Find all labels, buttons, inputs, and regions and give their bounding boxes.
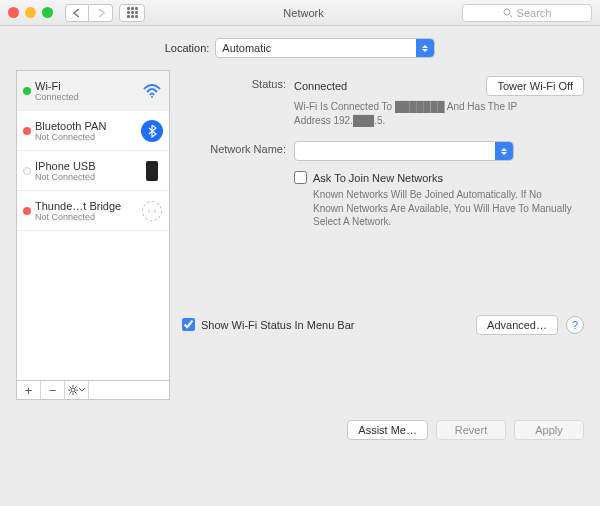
advanced-button[interactable]: Advanced…: [476, 315, 558, 335]
chevron-down-icon: [79, 388, 85, 392]
thunderbolt-bridge-icon: ‹·›: [141, 200, 163, 222]
close-icon[interactable]: [8, 7, 19, 18]
iphone-icon: [141, 160, 163, 182]
status-description: Wi-Fi Is Connected To ███████ And Has Th…: [294, 100, 554, 127]
interface-list: Wi-Fi Connected Bluetooth PAN Not Connec…: [16, 70, 170, 380]
footer-buttons: Assist Me… Revert Apply: [0, 410, 600, 440]
status-value: Connected: [294, 80, 347, 92]
help-button[interactable]: ?: [566, 316, 584, 334]
svg-line-11: [70, 392, 72, 394]
interface-sidebar: Wi-Fi Connected Bluetooth PAN Not Connec…: [16, 70, 170, 400]
ask-to-join-description: Known Networks Will Be Joined Automatica…: [313, 188, 573, 229]
sidebar-item-thunderbolt-bridge[interactable]: Thunde…t Bridge Not Connected ‹·›: [17, 191, 169, 231]
network-name-label: Network Name:: [182, 141, 294, 155]
window-title: Network: [145, 7, 462, 19]
titlebar: Network Search: [0, 0, 600, 26]
status-dot-icon: [23, 127, 31, 135]
add-interface-button[interactable]: +: [17, 381, 41, 399]
back-button[interactable]: [65, 4, 89, 22]
status-dot-icon: [23, 87, 31, 95]
svg-line-8: [70, 387, 72, 389]
sidebar-item-bluetooth[interactable]: Bluetooth PAN Not Connected: [17, 111, 169, 151]
chevron-updown-icon: [416, 39, 434, 57]
zoom-icon[interactable]: [42, 7, 53, 18]
svg-point-0: [504, 9, 510, 15]
remove-interface-button[interactable]: −: [41, 381, 65, 399]
forward-button[interactable]: [89, 4, 113, 22]
sidebar-item-iphone-usb[interactable]: IPhone USB Not Connected: [17, 151, 169, 191]
sidebar-footer: + −: [16, 380, 170, 400]
search-icon: [503, 8, 513, 18]
assist-me-button[interactable]: Assist Me…: [347, 420, 428, 440]
apply-button[interactable]: Apply: [514, 420, 584, 440]
action-menu-button[interactable]: [65, 381, 89, 399]
location-select[interactable]: Automatic: [215, 38, 435, 58]
wifi-icon: [141, 80, 163, 102]
svg-point-2: [151, 96, 153, 98]
svg-point-3: [71, 388, 75, 392]
svg-line-1: [509, 14, 512, 17]
location-label: Location:: [165, 42, 210, 54]
show-wifi-status-checkbox[interactable]: Show Wi-Fi Status In Menu Bar: [182, 318, 354, 331]
apps-grid-button[interactable]: [119, 4, 145, 22]
nav-buttons: [65, 4, 113, 22]
status-dot-icon: [23, 207, 31, 215]
location-row: Location: Automatic: [16, 38, 584, 58]
svg-line-9: [75, 392, 77, 394]
status-dot-icon: [23, 167, 31, 175]
bluetooth-icon: [141, 120, 163, 142]
status-label: Status:: [182, 76, 294, 90]
window-controls: [8, 7, 53, 18]
gear-icon: [68, 385, 78, 395]
revert-button[interactable]: Revert: [436, 420, 506, 440]
search-input[interactable]: Search: [462, 4, 592, 22]
sidebar-item-wifi[interactable]: Wi-Fi Connected: [17, 71, 169, 111]
wifi-toggle-button[interactable]: Tower Wi-Fi Off: [486, 76, 584, 96]
details-panel: Status: Connected Tower Wi-Fi Off Wi-Fi …: [182, 70, 584, 400]
svg-line-10: [75, 387, 77, 389]
network-name-select[interactable]: [294, 141, 514, 161]
minimize-icon[interactable]: [25, 7, 36, 18]
ask-to-join-checkbox[interactable]: Ask To Join New Networks: [294, 171, 584, 184]
chevron-updown-icon: [495, 142, 513, 160]
